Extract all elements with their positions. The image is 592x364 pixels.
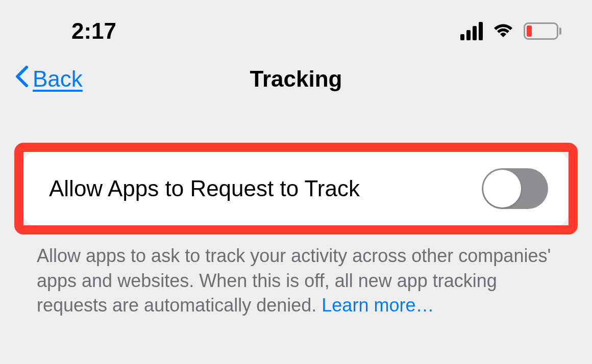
- description-text: Allow apps to ask to track your activity…: [37, 245, 551, 316]
- learn-more-link[interactable]: Learn more…: [322, 295, 434, 316]
- setting-row-allow-tracking: Allow Apps to Request to Track: [23, 152, 569, 225]
- wifi-icon: [492, 21, 514, 41]
- page-title: Tracking: [250, 66, 342, 92]
- nav-bar: Back Tracking: [0, 46, 592, 107]
- allow-tracking-toggle[interactable]: [482, 168, 548, 209]
- status-icons: [460, 21, 561, 41]
- chevron-left-icon: [14, 65, 30, 93]
- status-bar: 2:17: [0, 0, 592, 46]
- highlight-annotation: Allow Apps to Request to Track: [14, 143, 578, 235]
- content-area: Allow Apps to Request to Track Allow app…: [0, 107, 592, 318]
- setting-description: Allow apps to ask to track your activity…: [14, 235, 578, 318]
- back-label: Back: [33, 66, 83, 92]
- cellular-icon: [460, 22, 483, 40]
- setting-label: Allow Apps to Request to Track: [49, 176, 360, 201]
- back-button[interactable]: Back: [14, 65, 83, 93]
- status-time: 2:17: [71, 18, 116, 44]
- toggle-knob: [483, 170, 521, 207]
- battery-low-icon: [524, 22, 561, 40]
